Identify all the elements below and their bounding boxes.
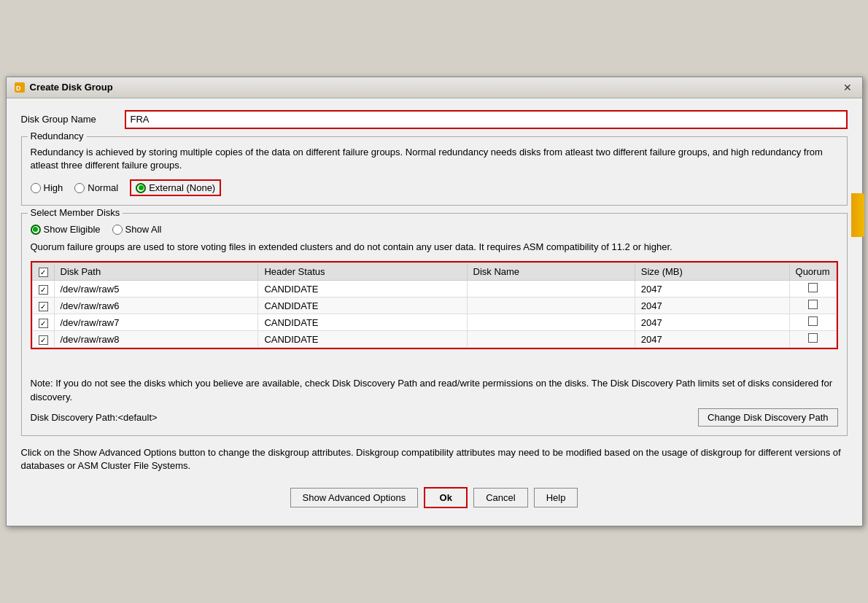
- row1-check-cell[interactable]: [32, 281, 54, 297]
- help-button[interactable]: Help: [534, 488, 578, 507]
- row3-checkbox[interactable]: [39, 319, 48, 328]
- radio-normal[interactable]: Normal: [74, 182, 118, 193]
- table-header-row: Disk Path Header Status Disk Name Size (…: [32, 263, 836, 281]
- table-row: /dev/raw/raw5 CANDIDATE 2047: [32, 281, 836, 297]
- row4-quorum-checkbox[interactable]: [808, 333, 818, 343]
- row3-header-status: CANDIDATE: [258, 314, 467, 331]
- dialog-title: Create Disk Group: [30, 82, 113, 93]
- row2-disk-name: [467, 297, 635, 314]
- svg-text:D: D: [16, 85, 21, 92]
- show-radio-row: Show Eligible Show All: [31, 224, 838, 235]
- row4-quorum-cell[interactable]: [789, 331, 836, 348]
- row2-disk-path: /dev/raw/raw6: [54, 297, 258, 314]
- ok-button[interactable]: Ok: [424, 487, 468, 508]
- row1-quorum-cell[interactable]: [789, 281, 836, 297]
- radio-label-show-eligible: Show Eligible: [44, 224, 101, 235]
- redundancy-description: Redundancy is achieved by storing multip…: [31, 146, 838, 172]
- radio-dot-external: [139, 185, 144, 190]
- col-header-size-mb: Size (MB): [635, 263, 789, 281]
- discovery-path-row: Disk Discovery Path:<default> Change Dis…: [31, 408, 838, 427]
- disk-table: Disk Path Header Status Disk Name Size (…: [32, 262, 837, 348]
- redundancy-legend: Redundancy: [28, 131, 87, 141]
- redundancy-group: Redundancy Redundancy is achieved by sto…: [21, 136, 848, 206]
- sidebar-tab: [851, 193, 864, 237]
- row2-check-cell[interactable]: [32, 297, 54, 314]
- col-header-check: [32, 263, 54, 281]
- row3-check-cell[interactable]: [32, 314, 54, 331]
- radio-label-high: High: [44, 182, 63, 193]
- row1-header-status: CANDIDATE: [258, 281, 467, 297]
- row3-quorum-checkbox[interactable]: [808, 316, 818, 326]
- radio-label-external: External (None): [149, 182, 215, 193]
- radio-label-normal: Normal: [88, 182, 118, 193]
- table-row: /dev/raw/raw8 CANDIDATE 2047: [32, 331, 836, 348]
- row4-disk-name: [467, 331, 635, 348]
- table-row: /dev/raw/raw6 CANDIDATE 2047: [32, 297, 836, 314]
- note-text: Note: If you do not see the disks which …: [31, 377, 838, 403]
- title-bar: D Create Disk Group ✕: [7, 77, 862, 98]
- row4-disk-path: /dev/raw/raw8: [54, 331, 258, 348]
- radio-high[interactable]: High: [31, 182, 63, 193]
- row2-checkbox[interactable]: [39, 302, 48, 311]
- advanced-note: Click on the Show Advanced Options butto…: [21, 446, 848, 472]
- header-checkbox[interactable]: [39, 268, 48, 277]
- row3-quorum-cell[interactable]: [789, 314, 836, 331]
- row3-disk-name: [467, 314, 635, 331]
- table-row: /dev/raw/raw7 CANDIDATE 2047: [32, 314, 836, 331]
- row4-checkbox[interactable]: [39, 335, 48, 345]
- member-disks-section: Select Member Disks Show Eligible Show A…: [21, 213, 848, 436]
- row2-header-status: CANDIDATE: [258, 297, 467, 314]
- disk-group-name-row: Disk Group Name: [21, 110, 848, 129]
- row1-checkbox[interactable]: [39, 285, 48, 295]
- radio-show-all[interactable]: Show All: [112, 224, 162, 235]
- show-advanced-options-button[interactable]: Show Advanced Options: [290, 488, 419, 507]
- row3-disk-path: /dev/raw/raw7: [54, 314, 258, 331]
- row2-quorum-checkbox[interactable]: [808, 300, 818, 309]
- disk-group-name-input[interactable]: [125, 110, 848, 129]
- cancel-button[interactable]: Cancel: [473, 488, 527, 507]
- row4-header-status: CANDIDATE: [258, 331, 467, 348]
- radio-dot-show-eligible: [33, 227, 38, 232]
- radio-label-show-all: Show All: [125, 224, 162, 235]
- radio-circle-external: [136, 183, 146, 193]
- row1-disk-name: [467, 281, 635, 297]
- col-header-disk-path: Disk Path: [54, 263, 258, 281]
- member-disks-legend: Select Member Disks: [28, 207, 123, 218]
- radio-circle-show-all: [112, 225, 123, 235]
- disk-group-name-label: Disk Group Name: [21, 114, 116, 125]
- disk-table-wrapper: Disk Path Header Status Disk Name Size (…: [31, 261, 838, 349]
- row4-size-mb: 2047: [635, 331, 789, 348]
- col-header-quorum: Quorum: [789, 263, 836, 281]
- row1-size-mb: 2047: [635, 281, 789, 297]
- table-scroll-area: [31, 355, 838, 377]
- radio-circle-high: [31, 183, 41, 193]
- redundancy-radio-group: High Normal External (None): [31, 179, 838, 196]
- radio-circle-show-eligible: [31, 225, 41, 235]
- close-button[interactable]: ✕: [840, 82, 855, 93]
- discovery-path-label: Disk Discovery Path:<default>: [31, 412, 158, 423]
- row2-quorum-cell[interactable]: [789, 297, 836, 314]
- change-disk-discovery-button[interactable]: Change Disk Discovery Path: [698, 408, 837, 427]
- col-header-disk-name: Disk Name: [467, 263, 635, 281]
- radio-external-box[interactable]: External (None): [130, 179, 221, 196]
- row1-quorum-checkbox[interactable]: [808, 283, 818, 292]
- col-header-header-status: Header Status: [258, 263, 467, 281]
- app-icon: D: [14, 82, 26, 93]
- quorum-note: Quorum failure groups are used to store …: [31, 241, 838, 254]
- row4-check-cell[interactable]: [32, 331, 54, 348]
- row1-disk-path: /dev/raw/raw5: [54, 281, 258, 297]
- radio-circle-normal: [74, 183, 85, 193]
- button-row: Show Advanced Options Ok Cancel Help: [21, 480, 848, 518]
- row2-size-mb: 2047: [635, 297, 789, 314]
- radio-show-eligible[interactable]: Show Eligible: [31, 224, 101, 235]
- row3-size-mb: 2047: [635, 314, 789, 331]
